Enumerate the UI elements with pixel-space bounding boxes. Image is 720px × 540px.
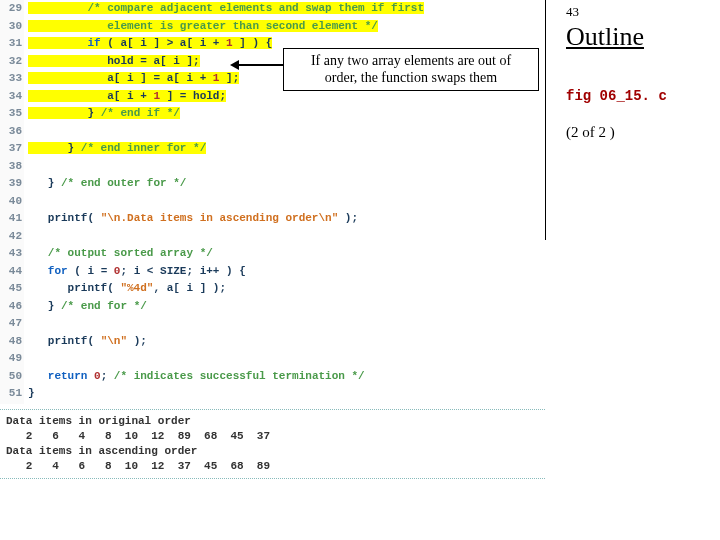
line-number: 33	[0, 70, 28, 88]
line-number: 49	[0, 350, 28, 368]
code-content: } /* end inner for */	[28, 140, 206, 158]
code-line: 38	[0, 158, 545, 176]
line-number: 37	[0, 140, 28, 158]
line-number: 44	[0, 263, 28, 281]
code-line: 37 } /* end inner for */	[0, 140, 545, 158]
code-content: element is greater than second element *…	[28, 18, 378, 36]
code-content: a[ i ] = a[ i + 1 ];	[28, 70, 239, 88]
code-line: 51}	[0, 385, 545, 403]
code-content: printf( "\n.Data items in ascending orde…	[28, 210, 358, 228]
page-number: 43	[566, 4, 710, 20]
annotation-callout: If any two array elements are out of ord…	[283, 48, 539, 91]
code-line: 47	[0, 315, 545, 333]
line-number: 30	[0, 18, 28, 36]
code-line: 44 for ( i = 0; i < SIZE; i++ ) {	[0, 263, 545, 281]
line-number: 36	[0, 123, 28, 141]
code-line: 46 } /* end for */	[0, 298, 545, 316]
code-line: 30 element is greater than second elemen…	[0, 18, 545, 36]
code-line: 29 /* compare adjacent elements and swap…	[0, 0, 545, 18]
line-number: 39	[0, 175, 28, 193]
line-number: 31	[0, 35, 28, 53]
code-content: return 0; /* indicates successful termin…	[28, 368, 365, 386]
code-content: }	[28, 385, 35, 403]
code-content: } /* end if */	[28, 105, 180, 123]
line-number: 42	[0, 228, 28, 246]
line-number: 45	[0, 280, 28, 298]
page-indicator: (2 of 2 )	[566, 124, 710, 141]
code-content: a[ i + 1 ] = hold;	[28, 88, 226, 106]
code-line: 40	[0, 193, 545, 211]
code-content: hold = a[ i ];	[28, 53, 200, 71]
outline-title: Outline	[566, 22, 710, 52]
line-number: 32	[0, 53, 28, 71]
line-number: 46	[0, 298, 28, 316]
line-number: 43	[0, 245, 28, 263]
code-line: 42	[0, 228, 545, 246]
annotation-line2: order, the function swaps them	[288, 69, 534, 86]
code-content: printf( "\n" );	[28, 333, 147, 351]
annotation-line1: If any two array elements are out of	[288, 52, 534, 69]
code-content: } /* end for */	[28, 298, 147, 316]
line-number: 34	[0, 88, 28, 106]
code-line: 36	[0, 123, 545, 141]
code-line: 45 printf( "%4d", a[ i ] );	[0, 280, 545, 298]
code-line: 50 return 0; /* indicates successful ter…	[0, 368, 545, 386]
annotation-arrow	[230, 64, 284, 66]
code-content: printf( "%4d", a[ i ] );	[28, 280, 226, 298]
line-number: 47	[0, 315, 28, 333]
code-content: } /* end outer for */	[28, 175, 186, 193]
program-output: Data items in original order 2 6 4 8 10 …	[0, 409, 545, 479]
code-line: 48 printf( "\n" );	[0, 333, 545, 351]
line-number: 35	[0, 105, 28, 123]
code-line: 49	[0, 350, 545, 368]
code-line: 39 } /* end outer for */	[0, 175, 545, 193]
code-content: for ( i = 0; i < SIZE; i++ ) {	[28, 263, 246, 281]
line-number: 41	[0, 210, 28, 228]
code-content: /* output sorted array */	[28, 245, 213, 263]
code-line: 41 printf( "\n.Data items in ascending o…	[0, 210, 545, 228]
line-number: 29	[0, 0, 28, 18]
code-content: if ( a[ i ] > a[ i + 1 ] ) {	[28, 35, 272, 53]
line-number: 40	[0, 193, 28, 211]
sidebar: 43 Outline fig 06_15. c (2 of 2 )	[545, 0, 720, 240]
figure-filename: fig 06_15. c	[566, 88, 710, 104]
code-line: 35 } /* end if */	[0, 105, 545, 123]
line-number: 50	[0, 368, 28, 386]
line-number: 51	[0, 385, 28, 403]
arrow-line	[238, 64, 284, 66]
code-line: 43 /* output sorted array */	[0, 245, 545, 263]
code-content: /* compare adjacent elements and swap th…	[28, 0, 424, 18]
line-number: 48	[0, 333, 28, 351]
line-number: 38	[0, 158, 28, 176]
